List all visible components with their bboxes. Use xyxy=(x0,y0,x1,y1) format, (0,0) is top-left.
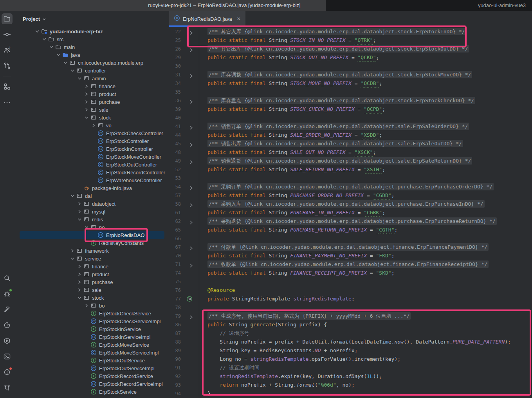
build-button[interactable] xyxy=(0,302,14,317)
code-line-92[interactable]: 92stringRedisTemplate.expire(key, Durati… xyxy=(168,372,532,381)
code-line-45[interactable]: 45/** 销售出库 {@link cn.iocoder.yudao.modul… xyxy=(168,139,532,148)
chevron-right-icon[interactable] xyxy=(76,202,83,206)
tree-item-rediskeyconstants[interactable]: IRedisKeyConstants xyxy=(14,239,168,247)
chevron-right-icon[interactable] xyxy=(76,288,83,292)
chevron-right-icon[interactable] xyxy=(83,92,90,96)
code-line-86[interactable]: 86public String generate(String prefix) … xyxy=(168,320,532,329)
code-line-30[interactable]: 30 xyxy=(168,62,532,71)
tree-item-package-info-java[interactable]: package-info.java xyxy=(14,184,168,192)
tree-item-erpstockincontroller[interactable]: CErpStockInController xyxy=(14,145,168,153)
tree-item-cn-iocoder-yudao-module-erp[interactable]: cn.iocoder.yudao.module.erp xyxy=(14,59,168,67)
chevron-down-icon[interactable] xyxy=(83,116,90,119)
services-button[interactable] xyxy=(0,333,14,349)
structure-button[interactable] xyxy=(0,79,14,94)
problems-button[interactable] xyxy=(0,364,14,380)
tree-item-purchase[interactable]: purchase xyxy=(14,98,168,106)
code-line-87[interactable]: 87// 递增序号 xyxy=(168,329,532,338)
tree-item-erpstockrecordserviceimpl[interactable]: CErpStockRecordServiceImpl xyxy=(14,380,168,388)
code-line-67[interactable]: 67/** 付款单 {@link cn.iocoder.yudao.module… xyxy=(168,243,532,251)
tree-item-erpstockcheckservice[interactable]: IErpStockCheckService xyxy=(14,309,168,317)
tree-item-bo[interactable]: bo xyxy=(14,302,168,309)
tree-item-erpstockcheckserviceimpl[interactable]: CErpStockCheckServiceImpl xyxy=(14,317,168,325)
editor-tab-erpnoredisdao[interactable]: C ErpNoRedisDAO.java ✕ xyxy=(169,11,245,27)
tree-item-erpstockmoveservice[interactable]: IErpStockMoveService xyxy=(14,341,168,349)
tree-item-main[interactable]: main xyxy=(14,43,168,51)
tree-item-stock[interactable]: stock xyxy=(14,294,168,302)
code-line-88[interactable]: 88String noPrefix = prefix + DateUtil.fo… xyxy=(168,338,532,346)
chevron-right-icon[interactable] xyxy=(76,264,83,268)
chevron-down-icon[interactable] xyxy=(61,61,69,65)
code-line-76[interactable]: 76@Resource xyxy=(168,286,532,295)
tree-item-java[interactable]: java xyxy=(14,51,168,59)
tree-item-purchase[interactable]: purchase xyxy=(14,278,168,286)
commit-button[interactable] xyxy=(0,27,14,42)
chevron-right-icon[interactable] xyxy=(76,272,83,276)
tree-item-erpstockrecordservice[interactable]: IErpStockRecordService xyxy=(14,372,168,380)
code-line-65[interactable]: 65public static final String PURCHASE_RE… xyxy=(168,226,532,234)
tree-item-stock[interactable]: stock xyxy=(14,114,168,121)
chevron-down-icon[interactable] xyxy=(47,45,55,49)
code-line-90[interactable]: 90Long no = stringRedisTemplate.opsForVa… xyxy=(168,355,532,364)
tree-item-service[interactable]: service xyxy=(14,255,168,262)
chevron-right-icon[interactable] xyxy=(76,280,83,284)
tree-item-erpstockcheckcontroller[interactable]: CErpStockCheckController xyxy=(14,129,168,137)
code-line-78[interactable]: 78 xyxy=(168,303,532,312)
code-line-31[interactable]: 31/** 库存调拨 {@link cn.iocoder.yudao.modul… xyxy=(168,71,532,79)
chevron-right-icon[interactable] xyxy=(83,304,90,308)
chevron-down-icon[interactable] xyxy=(76,76,83,80)
tree-item-controller[interactable]: controller xyxy=(14,67,168,74)
tree-item-erpnoredisdao[interactable]: CErpNoRedisDAO xyxy=(14,231,168,239)
tree-item-erpstockinserviceimpl[interactable]: CErpStockInServiceImpl xyxy=(14,333,168,341)
tree-item-dataobject[interactable]: dataobject xyxy=(14,200,168,208)
code-line-89[interactable]: 89String key = RedisKeyConstants.NO + no… xyxy=(168,346,532,355)
tree-item-erpstockmoveserviceimpl[interactable]: CErpStockMoveServiceImpl xyxy=(14,349,168,356)
chevron-down-icon[interactable] xyxy=(33,29,41,33)
chevron-right-icon[interactable] xyxy=(76,210,83,213)
chevron-right-icon[interactable] xyxy=(83,100,90,104)
tree-item-sale[interactable]: sale xyxy=(14,286,168,294)
code-line-44[interactable]: 44public static final String SALE_ORDER_… xyxy=(168,131,532,139)
chevron-right-icon[interactable] xyxy=(83,84,90,88)
chevron-down-icon[interactable] xyxy=(40,37,48,41)
code-line-36[interactable]: 36/** 库存盘点 {@link cn.iocoder.yudao.modul… xyxy=(168,96,532,105)
code-line-66[interactable]: 66 xyxy=(168,234,532,243)
chevron-down-icon[interactable] xyxy=(76,296,83,300)
tree-item-vo[interactable]: vo xyxy=(14,121,168,129)
tree-item-erpstockoutcontroller[interactable]: CErpStockOutController xyxy=(14,161,168,168)
code-line-26[interactable]: 26/** 其它出库 {@link cn.iocoder.yudao.modul… xyxy=(168,45,532,53)
chevron-down-icon[interactable] xyxy=(76,217,83,221)
tree-item-erpstockoutserviceimpl[interactable]: CErpStockOutServiceImpl xyxy=(14,364,168,372)
tree-item-finance[interactable]: finance xyxy=(14,262,168,270)
chevron-down-icon[interactable] xyxy=(69,257,76,261)
code-line-71[interactable]: 71/** 收款单 {@link cn.iocoder.yudao.module… xyxy=(168,260,532,269)
pull-requests-button[interactable] xyxy=(0,58,14,74)
code-line-61[interactable]: 61public static final String PURCHASE_IN… xyxy=(168,208,532,217)
code-line-22[interactable]: 22/** 其它入库 {@link cn.iocoder.yudao.modul… xyxy=(168,27,532,36)
code-line-39[interactable]: 39public static final String STOCK_CHECK… xyxy=(168,105,532,114)
tree-item-redis[interactable]: redis xyxy=(14,215,168,223)
close-icon[interactable]: ✕ xyxy=(237,16,241,22)
code-line-77[interactable]: 77private StringRedisTemplate stringRedi… xyxy=(168,295,532,303)
code-with-me-button[interactable]: ? xyxy=(0,42,14,58)
code-line-91[interactable]: 91// 设置过期时间 xyxy=(168,364,532,372)
terminal-button[interactable] xyxy=(0,349,14,364)
tree-item-framework[interactable]: framework xyxy=(14,247,168,255)
code-line-53[interactable]: 53 xyxy=(168,174,532,183)
tree-item-product[interactable]: product xyxy=(14,90,168,98)
chevron-right-icon[interactable] xyxy=(90,123,97,127)
code-line-25[interactable]: 25public static final String STOCK_IN_NO… xyxy=(168,36,532,45)
tree-item-erpstockoutservice[interactable]: IErpStockOutService xyxy=(14,356,168,364)
code-line-94[interactable]: 94} xyxy=(168,389,532,398)
tree-item-admin[interactable]: admin xyxy=(14,74,168,82)
code-line-62[interactable]: 62/** 采购退货 {@link cn.iocoder.yudao.modul… xyxy=(168,217,532,226)
tree-item-yudao-module-erp-biz[interactable]: yudao-module-erp-biz xyxy=(14,27,168,35)
chevron-down-icon[interactable] xyxy=(69,69,76,72)
code-line-54[interactable]: 54/** 采购订单 {@link cn.iocoder.yudao.modul… xyxy=(168,183,532,191)
code-line-52[interactable]: 52public static final String SALE_RETURN… xyxy=(168,165,532,174)
code-line-74[interactable]: 74public static final String FINANCE_REC… xyxy=(168,269,532,277)
chevron-down-icon[interactable] xyxy=(54,53,62,57)
project-panel-header[interactable]: Project xyxy=(14,11,168,27)
profiler-button[interactable] xyxy=(0,317,14,333)
tree-item-erpstockmovecontroller[interactable]: CErpStockMoveController xyxy=(14,153,168,161)
chevron-down-icon[interactable] xyxy=(69,194,76,198)
